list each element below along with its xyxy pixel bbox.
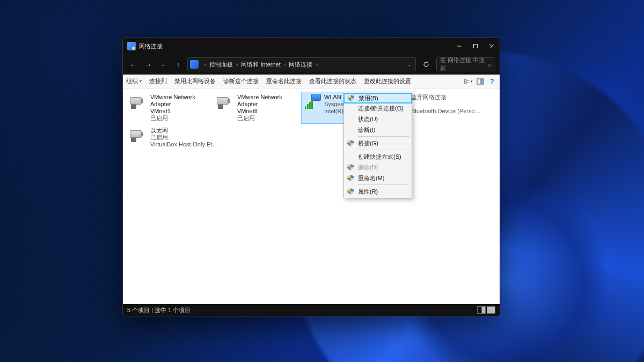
wifi-icon [304,94,321,109]
change-settings-button[interactable]: 更改此连接的设置 [364,77,411,85]
rename-button[interactable]: 重命名此连接 [266,77,302,85]
adapter-name: VMware Network Adapter [150,94,210,108]
breadcrumb[interactable]: › 控制面板 › 网络和 Internet › 网络连接 › ⌄ [187,57,416,71]
nic-icon [217,94,234,109]
chevron-right-icon: › [204,61,206,68]
content-area[interactable]: VMware Network Adapter VMnet1 已启用 VMware… [123,88,500,304]
ctx-status[interactable]: 状态(U) [344,114,412,124]
chevron-right-icon: › [284,61,286,68]
adapter-name: VMware Network Adapter [237,94,297,108]
breadcrumb-seg-3[interactable]: 网络连接 [289,61,312,69]
separator [358,150,409,150]
adapter-vmnet1[interactable]: VMware Network Adapter VMnet1 已启用 [127,92,213,124]
titlebar[interactable]: 网络连接 [123,38,500,54]
shield-icon [347,175,354,181]
connect-to-button[interactable]: 连接到 [149,77,167,85]
breadcrumb-seg-1[interactable]: 控制面板 [209,61,233,69]
chevron-right-icon: › [316,61,318,68]
status-bar: 5 个项目 | 选中 1 个项目 [123,304,500,316]
large-icons-view-icon[interactable] [487,306,495,314]
ctx-connect[interactable]: 连接/断开连接(O) [344,103,412,114]
recent-dropdown[interactable]: ⌄ [157,58,169,70]
minimize-button[interactable] [451,38,467,54]
window-controls [451,38,500,54]
svg-rect-5 [465,82,466,83]
search-input[interactable]: 在 网络连接 中搜索 ⌕ [436,57,495,71]
maximize-button[interactable] [467,38,484,54]
adapter-device: Bluetooth Device (Personal Ar... [411,108,482,115]
ctx-disable[interactable]: 禁用(B) [344,93,412,104]
preview-pane-icon[interactable] [476,77,485,86]
adapter-status: 已启用 [150,134,221,141]
help-icon[interactable]: ? [488,77,496,86]
search-placeholder: 在 网络连接 中搜索 [440,56,488,72]
view-menu-icon[interactable]: ▾ [464,77,473,86]
adapter-list: VMware Network Adapter VMnet1 已启用 VMware… [127,92,495,150]
shield-icon [347,140,354,146]
nav-row: ← → ⌄ ↑ › 控制面板 › 网络和 Internet › 网络连接 › ⌄… [123,54,500,75]
adapter-device: VirtualBox Host-Only Ethernet ... [150,141,221,148]
breadcrumb-seg-2[interactable]: 网络和 Internet [241,61,280,69]
diagnose-button[interactable]: 诊断这个连接 [223,77,259,85]
view-status-button[interactable]: 查看此连接的状态 [309,77,356,85]
disable-device-button[interactable]: 禁用此网络设备 [174,77,216,85]
svg-rect-4 [465,79,466,81]
svg-rect-1 [474,45,478,48]
breadcrumb-dropdown-icon[interactable]: ⌄ [407,62,412,67]
adapter-line2: VMnet8 [237,108,297,115]
shield-icon [347,164,354,171]
status-text: 5 个项目 | 选中 1 个项目 [127,306,191,314]
breadcrumb-icon [190,60,199,69]
ctx-bridge[interactable]: 桥接(G) [344,138,412,149]
adapter-name: 以太网 [150,127,221,134]
details-view-icon[interactable] [477,306,486,314]
ctx-rename[interactable]: 重命名(M) [344,173,412,183]
adapter-line2: VMnet1 [150,108,210,115]
refresh-button[interactable] [419,57,433,71]
command-bar: 组织▾ 连接到 禁用此网络设备 诊断这个连接 重命名此连接 查看此连接的状态 更… [123,75,500,88]
back-button[interactable]: ← [127,58,139,70]
window-icon [127,42,136,50]
nic-icon [130,94,147,109]
window-title: 网络连接 [139,42,163,50]
network-connections-window: 网络连接 ← → ⌄ ↑ › 控制面板 › 网络和 Internet › 网络连… [122,38,500,316]
chevron-right-icon: › [236,61,238,68]
up-button[interactable]: ↑ [172,58,184,70]
ctx-diagnose[interactable]: 诊断(I) [344,124,412,135]
context-menu: 禁用(B) 连接/断开连接(O) 状态(U) 诊断(I) 桥接(G) 创建快捷方… [343,92,412,198]
adapter-ethernet[interactable]: 以太网 已启用 VirtualBox Host-Only Ethernet ..… [127,125,224,150]
adapter-vmnet8[interactable]: VMware Network Adapter VMnet8 已启用 [214,92,300,124]
separator [358,184,409,185]
shield-icon [347,188,354,195]
svg-rect-10 [481,79,483,84]
adapter-name: 蓝牙网络连接 [411,94,482,101]
adapter-status: 已启用 [150,115,210,122]
separator [358,136,409,137]
shield-icon [348,95,354,101]
organize-menu[interactable]: 组织▾ [126,77,142,85]
forward-button[interactable]: → [142,58,154,70]
ctx-properties[interactable]: 属性(R) [344,186,412,197]
search-icon: ⌕ [488,61,492,68]
ctx-shortcut[interactable]: 创建快捷方式(S) [344,151,412,162]
nic-icon [130,127,147,142]
close-button[interactable] [484,38,500,54]
ctx-delete: 删除(D) [344,162,412,173]
adapter-status: 已启用 [237,115,297,122]
